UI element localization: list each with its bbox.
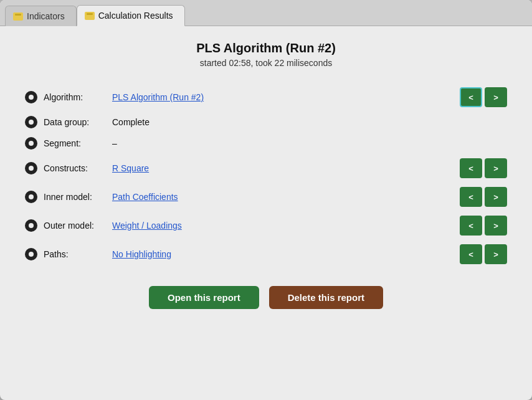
field-value-paths[interactable]: No Highlighting xyxy=(112,249,460,259)
action-buttons: Open this report Delete this report xyxy=(25,286,507,309)
nav-next-paths[interactable]: > xyxy=(485,244,507,264)
nav-next-algorithm[interactable]: > xyxy=(485,87,507,107)
main-window: Indicators Calculation Results PLS Algor… xyxy=(0,0,532,400)
field-label-data-group: Data group: xyxy=(44,117,112,127)
nav-prev-constructs[interactable]: < xyxy=(460,158,482,178)
field-value-outer-model[interactable]: Weight / Loadings xyxy=(112,221,460,231)
field-value-inner-model[interactable]: Path Coefficients xyxy=(112,192,460,202)
nav-buttons-algorithm: < > xyxy=(460,87,507,107)
tab-calculation-results[interactable]: Calculation Results xyxy=(77,5,185,26)
field-value-algorithm[interactable]: PLS Algorithm (Run #2) xyxy=(112,92,460,102)
field-icon-algorithm xyxy=(25,91,37,103)
nav-buttons-outer-model: < > xyxy=(460,216,507,236)
main-content: PLS Algorithm (Run #2) started 02:58, to… xyxy=(0,26,532,400)
field-icon-segment xyxy=(25,137,37,150)
field-label-outer-model: Outer model: xyxy=(44,221,112,231)
field-label-inner-model: Inner model: xyxy=(44,192,112,202)
nav-prev-inner-model[interactable]: < xyxy=(460,187,482,207)
field-icon-data-group xyxy=(25,116,37,128)
field-icon-outer-model xyxy=(25,219,37,232)
nav-next-outer-model[interactable]: > xyxy=(485,216,507,236)
nav-prev-algorithm[interactable]: < xyxy=(460,87,482,107)
field-row-segment: Segment: – xyxy=(25,133,507,154)
open-report-button[interactable]: Open this report xyxy=(149,286,259,309)
field-value-constructs[interactable]: R Square xyxy=(112,163,460,173)
field-icon-inner-model xyxy=(25,191,37,203)
nav-buttons-paths: < > xyxy=(460,244,507,264)
field-label-constructs: Constructs: xyxy=(44,163,112,173)
field-row-constructs: Constructs: R Square < > xyxy=(25,154,507,183)
title-section: PLS Algorithm (Run #2) started 02:58, to… xyxy=(25,41,507,68)
nav-buttons-inner-model: < > xyxy=(460,187,507,207)
nav-prev-paths[interactable]: < xyxy=(460,244,482,264)
field-row-inner-model: Inner model: Path Coefficients < > xyxy=(25,183,507,211)
report-title: PLS Algorithm (Run #2) xyxy=(25,41,507,55)
field-icon-paths xyxy=(25,248,37,260)
field-icon-constructs xyxy=(25,162,37,174)
tab-indicators-icon xyxy=(13,12,23,21)
field-row-paths: Paths: No Highlighting < > xyxy=(25,240,507,269)
nav-next-constructs[interactable]: > xyxy=(485,158,507,178)
delete-report-button[interactable]: Delete this report xyxy=(269,286,383,309)
fields-list: Algorithm: PLS Algorithm (Run #2) < > Da… xyxy=(25,83,507,269)
tab-calculation-results-label: Calculation Results xyxy=(98,11,173,21)
field-value-data-group: Complete xyxy=(112,117,507,127)
field-label-algorithm: Algorithm: xyxy=(44,92,112,102)
field-label-segment: Segment: xyxy=(44,138,112,148)
nav-buttons-constructs: < > xyxy=(460,158,507,178)
tab-bar: Indicators Calculation Results xyxy=(0,0,532,26)
report-subtitle: started 02:58, took 22 miliseconds xyxy=(25,58,507,68)
field-row-algorithm: Algorithm: PLS Algorithm (Run #2) < > xyxy=(25,83,507,112)
field-row-data-group: Data group: Complete xyxy=(25,112,507,133)
tab-calc-icon xyxy=(85,12,95,20)
field-value-segment: – xyxy=(112,138,507,148)
field-row-outer-model: Outer model: Weight / Loadings < > xyxy=(25,211,507,240)
nav-next-inner-model[interactable]: > xyxy=(485,187,507,207)
tab-indicators-label: Indicators xyxy=(27,11,65,21)
nav-prev-outer-model[interactable]: < xyxy=(460,216,482,236)
tab-indicators[interactable]: Indicators xyxy=(5,6,77,26)
field-label-paths: Paths: xyxy=(44,249,112,259)
